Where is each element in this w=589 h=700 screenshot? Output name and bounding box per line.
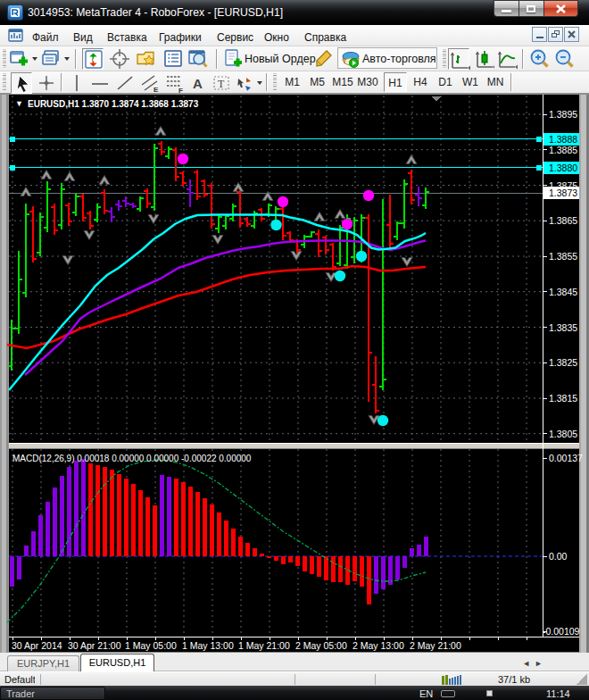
- svg-text:1.3888: 1.3888: [549, 134, 577, 145]
- svg-text:1 May 13:00: 1 May 13:00: [182, 640, 234, 651]
- svg-text:30 Apr 21:00: 30 Apr 21:00: [68, 640, 121, 651]
- svg-text:F: F: [178, 87, 183, 94]
- svg-text:1.3805: 1.3805: [549, 429, 577, 439]
- svg-text:▼: ▼: [15, 99, 23, 108]
- svg-text:EURUSD,H1 1.3870 1.3874 1.386: EURUSD,H1 1.3870 1.3874 1.3868 1.3873: [28, 99, 199, 109]
- svg-text:-0.00109: -0.00109: [543, 626, 580, 637]
- svg-text:1.3825: 1.3825: [549, 357, 577, 368]
- svg-text:2 May 05:00: 2 May 05:00: [295, 640, 347, 651]
- svg-text:1 May 05:00: 1 May 05:00: [125, 640, 177, 651]
- svg-text:T: T: [218, 78, 225, 90]
- svg-text:MACD(12,26,9) 0.00018 0.00000: MACD(12,26,9) 0.00018 0.00000 0.00000 -0…: [12, 454, 252, 463]
- svg-text:1.3865: 1.3865: [549, 215, 577, 226]
- svg-text:0.00137: 0.00137: [549, 453, 583, 463]
- svg-text:0.00: 0.00: [549, 551, 568, 562]
- svg-text:2 May 13:00: 2 May 13:00: [353, 640, 404, 651]
- svg-text:1.3855: 1.3855: [549, 251, 577, 262]
- svg-text:1.3873: 1.3873: [549, 188, 577, 198]
- svg-text:1 May 21:00: 1 May 21:00: [238, 640, 290, 651]
- svg-text:1.3835: 1.3835: [549, 322, 577, 333]
- svg-text:2 May 21:00: 2 May 21:00: [410, 640, 461, 651]
- svg-text:A: A: [193, 76, 203, 91]
- svg-text:1.3880: 1.3880: [549, 162, 577, 173]
- svg-text:1.3895: 1.3895: [549, 109, 577, 120]
- svg-text:1.3845: 1.3845: [549, 287, 577, 297]
- svg-text:30 Apr 2014: 30 Apr 2014: [12, 640, 62, 651]
- svg-text:1.3885: 1.3885: [549, 145, 577, 155]
- svg-text:E: E: [153, 86, 159, 94]
- svg-text:1.3815: 1.3815: [549, 393, 577, 404]
